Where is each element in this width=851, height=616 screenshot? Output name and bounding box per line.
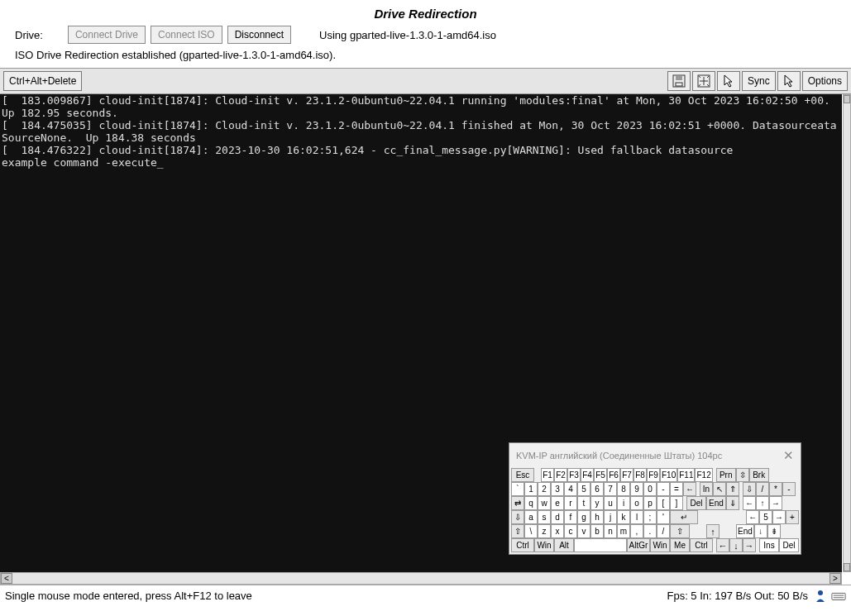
- key-m[interactable]: m: [617, 524, 630, 538]
- key-down-icon[interactable]: ↓: [729, 538, 743, 552]
- key-minus[interactable]: -: [657, 482, 670, 496]
- key-n[interactable]: n: [604, 524, 617, 538]
- key-u[interactable]: u: [604, 496, 617, 510]
- key-space[interactable]: [574, 538, 627, 552]
- key-tab-icon[interactable]: ⇄: [511, 496, 524, 510]
- key-num1[interactable]: End: [736, 524, 754, 538]
- key-num0[interactable]: Ins: [759, 538, 779, 552]
- options-button[interactable]: Options: [802, 71, 848, 91]
- key-x[interactable]: x: [551, 524, 564, 538]
- key-0[interactable]: 0: [643, 482, 657, 496]
- key-v[interactable]: v: [577, 524, 590, 538]
- key-numlock-icon[interactable]: ⇩: [743, 482, 756, 496]
- key-lalt[interactable]: Alt: [554, 538, 574, 552]
- key-num9[interactable]: →: [769, 496, 782, 510]
- key-f8[interactable]: F8: [633, 468, 647, 482]
- key-home-icon[interactable]: ↖: [713, 482, 726, 496]
- key-g[interactable]: g: [577, 510, 590, 524]
- key-f9[interactable]: F9: [647, 468, 660, 482]
- key-1[interactable]: 1: [524, 482, 538, 496]
- key-numplus[interactable]: +: [786, 510, 799, 524]
- key-rbracket[interactable]: ]: [670, 496, 683, 510]
- ctrl-alt-delete-button[interactable]: Ctrl+Alt+Delete: [3, 71, 82, 91]
- key-f6[interactable]: F6: [607, 468, 620, 482]
- key-f11[interactable]: F11: [677, 468, 695, 482]
- key-o[interactable]: o: [630, 496, 643, 510]
- key-h[interactable]: h: [590, 510, 604, 524]
- key-lctrl[interactable]: Ctrl: [511, 538, 534, 552]
- key-num3[interactable]: ⇟: [767, 524, 781, 538]
- scroll-down-icon[interactable]: [844, 563, 850, 571]
- key-backtick[interactable]: `: [511, 482, 524, 496]
- key-r[interactable]: r: [564, 496, 577, 510]
- scroll-up-icon[interactable]: [844, 95, 850, 103]
- key-menu[interactable]: Me: [670, 538, 690, 552]
- key-pgup-icon[interactable]: ⇑: [726, 482, 739, 496]
- key-num6[interactable]: →: [772, 510, 786, 524]
- key-left-icon[interactable]: ←: [716, 538, 729, 552]
- key-e[interactable]: e: [551, 496, 564, 510]
- key-slash[interactable]: /: [657, 524, 670, 538]
- scroll-right-icon[interactable]: >: [829, 573, 841, 584]
- key-lwin[interactable]: Win: [534, 538, 554, 552]
- key-num8[interactable]: ↑: [756, 496, 769, 510]
- key-esc[interactable]: Esc: [511, 468, 534, 482]
- key-q[interactable]: q: [524, 496, 538, 510]
- key-i[interactable]: i: [617, 496, 630, 510]
- key-6[interactable]: 6: [590, 482, 604, 496]
- key-l[interactable]: l: [630, 510, 643, 524]
- cursor-icon[interactable]: [717, 71, 740, 91]
- key-f4[interactable]: F4: [581, 468, 594, 482]
- key-num7[interactable]: ←: [743, 496, 756, 510]
- key-3[interactable]: 3: [551, 482, 564, 496]
- key-y[interactable]: y: [590, 496, 604, 510]
- key-rctrl[interactable]: Ctrl: [690, 538, 713, 552]
- key-a[interactable]: a: [524, 510, 538, 524]
- key-enter[interactable]: ↵: [670, 510, 698, 524]
- key-comma[interactable]: ,: [630, 524, 643, 538]
- key-lbracket[interactable]: [: [657, 496, 670, 510]
- key-t[interactable]: t: [577, 496, 590, 510]
- key-up-icon[interactable]: ↑: [706, 524, 720, 538]
- key-num4[interactable]: ←: [746, 510, 759, 524]
- key-7[interactable]: 7: [604, 482, 617, 496]
- key-right-icon[interactable]: →: [743, 538, 756, 552]
- key-brk[interactable]: Brk: [749, 468, 769, 482]
- key-lshift-icon[interactable]: ⇧: [511, 524, 524, 538]
- key-num2[interactable]: ↓: [754, 524, 767, 538]
- key-prn[interactable]: Prn: [716, 468, 736, 482]
- key-z[interactable]: z: [538, 524, 551, 538]
- key-quote[interactable]: ': [657, 510, 670, 524]
- key-s[interactable]: s: [538, 510, 551, 524]
- key-num5[interactable]: 5: [759, 510, 772, 524]
- fullscreen-icon[interactable]: [692, 71, 715, 91]
- key-f12[interactable]: F12: [695, 468, 712, 482]
- key-f5[interactable]: F5: [594, 468, 607, 482]
- key-numminus[interactable]: -: [782, 482, 796, 496]
- disconnect-button[interactable]: Disconnect: [227, 26, 291, 44]
- key-w[interactable]: w: [538, 496, 551, 510]
- sync-button[interactable]: Sync: [742, 71, 776, 91]
- key-k[interactable]: k: [617, 510, 630, 524]
- key-equals[interactable]: =: [670, 482, 683, 496]
- key-numdiv[interactable]: /: [756, 482, 769, 496]
- vertical-scrollbar[interactable]: [843, 94, 851, 572]
- close-icon[interactable]: ✕: [783, 448, 794, 463]
- key-pgdn-icon[interactable]: ⇓: [726, 496, 739, 510]
- key-c[interactable]: c: [564, 524, 577, 538]
- key-capslock-icon[interactable]: ⇩: [511, 510, 524, 524]
- key-nummul[interactable]: *: [769, 482, 782, 496]
- key-f1[interactable]: F1: [541, 468, 554, 482]
- key-f10[interactable]: F10: [660, 468, 677, 482]
- key-9[interactable]: 9: [630, 482, 643, 496]
- key-numdel[interactable]: Del: [779, 538, 799, 552]
- key-period[interactable]: .: [643, 524, 657, 538]
- cursor2-icon[interactable]: [777, 71, 801, 91]
- key-d[interactable]: d: [551, 510, 564, 524]
- key-rshift-icon[interactable]: ⇧: [670, 524, 690, 538]
- key-scroll-icon[interactable]: ⇳: [736, 468, 749, 482]
- key-end[interactable]: End: [706, 496, 726, 510]
- disk-icon[interactable]: [667, 71, 691, 91]
- key-4[interactable]: 4: [564, 482, 577, 496]
- key-5[interactable]: 5: [577, 482, 590, 496]
